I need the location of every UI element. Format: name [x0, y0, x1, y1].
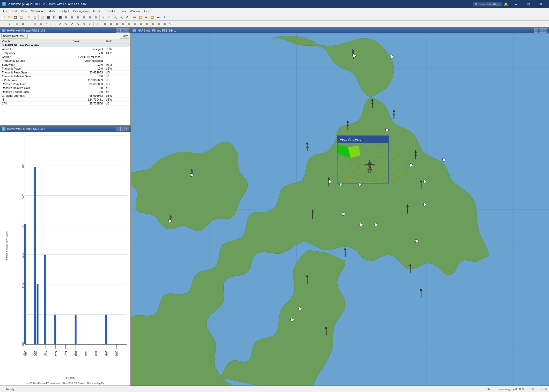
tb-btn9[interactable]: ▦	[75, 14, 81, 20]
row-expand-icon[interactable]: +	[2, 79, 3, 82]
tb-btn6[interactable]: ⬛	[57, 14, 63, 20]
tb2-btn5[interactable]: —	[26, 21, 32, 27]
tb2-btn14[interactable]: ⟲	[81, 21, 87, 27]
play-btn[interactable]: ▶	[144, 14, 149, 20]
menu-view[interactable]: View	[19, 9, 29, 13]
menu-model[interactable]: Model	[47, 9, 58, 13]
tb2-btn6[interactable]: ⊞	[32, 21, 38, 27]
tb-btn14[interactable]: ◻	[106, 14, 112, 20]
zoom-in-btn[interactable]: 🔍	[112, 14, 118, 20]
tb2-btn28[interactable]: 🔧	[167, 21, 173, 27]
tb2-btn3[interactable]: ▤	[14, 21, 20, 27]
tb2-btn25[interactable]: ▦	[150, 21, 155, 27]
menu-help[interactable]: Help	[142, 9, 152, 13]
save-as-button[interactable]: 📋	[18, 14, 24, 20]
play-prev-btn[interactable]: ⏪	[138, 14, 143, 20]
tb-btn5[interactable]: ◧	[51, 14, 57, 20]
tb-btn7[interactable]: ▦	[63, 14, 69, 20]
var-value: -124.730481	[72, 98, 105, 102]
tb2-btn7[interactable]: ▦	[38, 21, 43, 27]
variable-table-container[interactable]: Variable Value Units ▼HAPS DL.Link Calcu…	[0, 39, 130, 125]
svg-rect-106	[421, 291, 421, 297]
notification-icon[interactable]: 🔔	[504, 2, 508, 6]
tb2-btn2[interactable]: ●	[6, 21, 12, 27]
maximize-button[interactable]: □	[523, 0, 535, 8]
open-button[interactable]: 📂	[6, 14, 12, 20]
tb2-btn1[interactable]: ↩	[1, 21, 6, 27]
menu-tools[interactable]: Tools	[117, 9, 128, 13]
tb2-btn16[interactable]: Σ	[94, 21, 100, 27]
minimize-button[interactable]: ─	[510, 0, 522, 8]
tb-btn12[interactable]: ▦	[93, 14, 99, 20]
var-unit: dB	[104, 90, 130, 94]
map-panel-close[interactable]: ✕	[543, 28, 547, 33]
tb2-btn13[interactable]: ↘	[75, 21, 81, 27]
menu-propagation[interactable]: Propagation	[71, 9, 91, 13]
tb2-btn10[interactable]: ⤢	[57, 21, 63, 27]
panel-chart-title-bar[interactable]: V HAPS with FS and FSS.SIM:2 ─ □ ✕	[0, 126, 130, 132]
menu-file[interactable]: File	[1, 9, 10, 13]
expand-icon[interactable]: ▼	[2, 44, 5, 47]
zoom-out-btn[interactable]: 🔍	[118, 14, 124, 20]
tb2-btn12[interactable]: ↗	[69, 21, 75, 27]
panel-variables-title-bar[interactable]: V HAPS with FS and FSS.SIM:3 ─ □ ✕	[0, 28, 130, 33]
tb2-btn23[interactable]: ▦	[138, 21, 143, 27]
map-canvas[interactable]: Area Analysis	[131, 33, 549, 386]
menu-window[interactable]: Window	[128, 9, 142, 13]
menu-edit[interactable]: Edit	[10, 9, 19, 13]
paste-button[interactable]: 📋	[32, 14, 38, 20]
tb-btn17[interactable]: ↺	[124, 14, 130, 20]
menu-results[interactable]: Results	[104, 9, 117, 13]
tb2-btn26[interactable]: ▦	[156, 21, 161, 27]
tb-btn4[interactable]: ⬛	[45, 14, 51, 20]
panel-maximize[interactable]: □	[120, 28, 125, 33]
chart-panel-minimize[interactable]: ─	[116, 127, 120, 131]
area-analysis-text: Area Analysis	[340, 138, 361, 141]
map-panel-minimize[interactable]: ─	[534, 28, 538, 33]
tb2-btn22[interactable]: ▦	[132, 21, 137, 27]
play-next-btn[interactable]: ⏩	[150, 14, 155, 20]
svg-rect-94	[421, 182, 421, 189]
var-unit: dB	[104, 78, 130, 82]
tb2-btn15[interactable]: ⟳	[87, 21, 93, 27]
save-button[interactable]: 💾	[12, 14, 18, 20]
panel-close[interactable]: ✕	[125, 28, 129, 33]
play-end-btn[interactable]: ⏭	[156, 14, 161, 20]
panel-minimize[interactable]: ─	[116, 28, 120, 33]
tb2-btn24[interactable]: ▦	[144, 21, 149, 27]
tb2-btn4[interactable]: ▦	[20, 21, 26, 27]
tb2-btn21[interactable]: ▦	[126, 21, 131, 27]
map-panel-maximize[interactable]: □	[539, 28, 543, 33]
tb2-btn20[interactable]: ▦	[120, 21, 126, 27]
copy-button[interactable]: ⎘	[26, 14, 32, 20]
var-name: Carrier	[0, 55, 72, 59]
var-name: Transmit Relative Gain	[0, 74, 72, 78]
tb2-btn8[interactable]: ✕	[44, 21, 49, 27]
svg-rect-98	[407, 207, 408, 214]
tb2-btn18[interactable]: ▦	[108, 21, 114, 27]
tb-btn3[interactable]: ⬜	[39, 14, 45, 20]
menu-terrain[interactable]: Terrain	[91, 9, 104, 13]
tb-btn8[interactable]: ▦	[69, 14, 75, 20]
chart-panel-maximize[interactable]: □	[120, 127, 125, 131]
menu-simulation[interactable]: Simulation	[29, 9, 46, 13]
tb2-btn19[interactable]: ▦	[114, 21, 120, 27]
new-button[interactable]: 📄	[1, 14, 6, 20]
info-btn[interactable]: ℹ	[162, 14, 167, 20]
tb2-btn9[interactable]: ↕	[51, 21, 57, 27]
var-unit: dBi	[104, 71, 130, 74]
chart-panel-close[interactable]: ✕	[125, 127, 129, 131]
tb-btn10[interactable]: ▦	[81, 14, 87, 20]
close-button[interactable]: ✕	[535, 0, 547, 8]
menu-output[interactable]: Output	[58, 9, 71, 13]
panel-map-title-bar[interactable]: V HAPS with FS and FSS.SIM:1 ─ □ ✕	[131, 28, 549, 33]
show-object-tree-btn[interactable]: Show Object Tree...	[1, 34, 28, 39]
tb2-btn27[interactable]: ▦	[162, 21, 167, 27]
tb2-btn17[interactable]: ▦	[102, 21, 108, 27]
tb2-btn11[interactable]: ⤡	[63, 21, 69, 27]
search-placeholder[interactable]: Search (Ctrl+Q)	[480, 3, 500, 6]
tb-btn11[interactable]: ▦	[87, 14, 93, 20]
copy-btn[interactable]: Copy	[120, 34, 129, 39]
cursor-btn[interactable]: ↖	[100, 14, 106, 20]
play-start-btn[interactable]: ⏮	[132, 14, 137, 20]
